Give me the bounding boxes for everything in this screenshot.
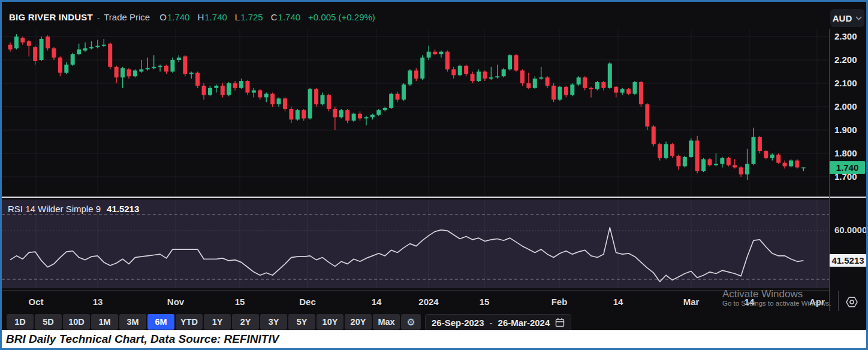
range-button-5d[interactable]: 5D xyxy=(35,314,62,330)
range-button-max[interactable]: Max xyxy=(373,314,400,330)
series-label: Trade Price xyxy=(104,12,150,22)
candle-body xyxy=(526,83,531,88)
candle-body xyxy=(539,77,543,79)
range-button-3y[interactable]: 3Y xyxy=(260,314,287,330)
range-button-5y[interactable]: 5Y xyxy=(288,314,315,330)
candle-body xyxy=(102,45,106,46)
candle-body xyxy=(33,47,37,61)
time-axis-label: Feb xyxy=(542,297,576,307)
candle-body xyxy=(277,98,281,104)
date-range-picker[interactable]: 26-Sep-2023 - 26-Mar-2024 xyxy=(425,314,571,331)
time-axis-label: 14 xyxy=(360,297,393,307)
range-button-ytd[interactable]: YTD xyxy=(176,314,203,330)
candle-body xyxy=(376,110,381,115)
rsi-study-label[interactable]: RSI 14 Wilder Simple 9 41.5213 xyxy=(8,204,139,214)
candle-body xyxy=(589,88,593,89)
candle-body xyxy=(352,114,356,121)
candle-body xyxy=(577,77,581,85)
candle-body xyxy=(27,41,31,46)
candle-body xyxy=(252,90,256,93)
candle-body xyxy=(170,60,174,72)
candle-body xyxy=(114,67,119,78)
candle-body xyxy=(270,94,275,105)
candle-body xyxy=(676,156,680,167)
candle-body xyxy=(258,90,262,98)
candle-body xyxy=(20,38,25,43)
candle-body xyxy=(551,86,556,99)
rsi-last-value-badge: 41.5213 xyxy=(830,254,866,267)
price-tick-label: 2.300 xyxy=(834,31,866,42)
candle-body xyxy=(583,77,587,88)
range-button-1m[interactable]: 1M xyxy=(91,314,118,330)
candle-body xyxy=(433,52,437,54)
candle-body xyxy=(458,66,462,76)
candle-body xyxy=(739,167,743,174)
range-button-10d[interactable]: 10D xyxy=(63,314,90,330)
currency-dropdown[interactable]: AUD xyxy=(830,9,864,27)
candle-body xyxy=(727,158,731,165)
chart-settings-gear-icon[interactable]: ⚙ xyxy=(401,314,421,330)
candle-body xyxy=(339,110,343,117)
range-button-20y[interactable]: 20Y xyxy=(345,314,372,330)
candle-body xyxy=(364,117,368,119)
candle-body xyxy=(77,49,81,54)
candle-body xyxy=(652,126,656,144)
candle-body xyxy=(701,159,706,171)
rsi-axis-tick: 60.0000 xyxy=(834,225,867,235)
time-axis-label: Mar xyxy=(674,297,708,307)
candle-body xyxy=(208,88,212,95)
rsi-label-value: 41.5213 xyxy=(107,204,139,214)
candle-body xyxy=(289,109,293,120)
candle-body xyxy=(296,110,300,120)
price-tick-label: 2.200 xyxy=(834,55,866,65)
candle-body xyxy=(633,82,637,94)
range-button-10y[interactable]: 10Y xyxy=(317,314,343,330)
app-window: BIG RIVER INDUST - Trade Price O1.740 H1… xyxy=(0,0,868,350)
candle-body xyxy=(89,47,94,49)
time-axis-label: 13 xyxy=(81,297,114,307)
candle-body xyxy=(46,37,50,49)
timeframe-toolbar: 1D5D10D1M3M6MYTD1Y2Y3Y5Y10Y20YMax⚙ xyxy=(7,314,421,330)
last-price-badge: 1.740 xyxy=(830,161,865,174)
chart-root: BIG RIVER INDUST - Trade Price O1.740 H1… xyxy=(2,2,866,330)
chevron-down-icon xyxy=(855,16,862,20)
candle-body xyxy=(471,74,475,81)
range-button-1d[interactable]: 1D xyxy=(7,314,34,330)
candle-body xyxy=(139,70,143,72)
candle-body xyxy=(383,108,387,110)
candle-body xyxy=(639,82,643,104)
candle-body xyxy=(83,49,88,51)
range-button-3m[interactable]: 3M xyxy=(119,314,146,330)
range-button-1y[interactable]: 1Y xyxy=(204,314,231,330)
candle-body xyxy=(658,144,662,158)
price-rsi-chart-canvas[interactable] xyxy=(2,2,866,330)
axis-settings-gear-icon[interactable] xyxy=(843,294,860,310)
time-axis-label: 15 xyxy=(468,297,501,307)
candle-body xyxy=(477,72,481,82)
candle-body xyxy=(189,73,194,74)
candle-body xyxy=(164,66,168,72)
panel-separator[interactable] xyxy=(2,197,866,198)
low-value: L1.725 xyxy=(235,12,263,22)
candle-body xyxy=(570,85,574,95)
range-button-6m[interactable]: 6M xyxy=(147,314,174,330)
time-axis-label: Oct xyxy=(19,297,53,307)
candle-body xyxy=(71,54,75,65)
candle-body xyxy=(670,144,674,156)
candle-body xyxy=(177,58,181,60)
candle-body xyxy=(221,86,225,95)
candle-body xyxy=(108,44,112,67)
candle-body xyxy=(158,66,162,67)
candle-body xyxy=(708,159,712,165)
candle-body xyxy=(52,49,56,58)
candle-body xyxy=(483,72,487,79)
candle-body xyxy=(126,70,131,77)
candle-body xyxy=(626,89,631,94)
range-button-2y[interactable]: 2Y xyxy=(232,314,259,330)
candle-body xyxy=(439,52,443,54)
price-tick-label: 1.800 xyxy=(834,148,866,159)
candle-body xyxy=(695,141,700,171)
time-axis[interactable]: Oct13Nov15Dec14202415Feb14Mar14Apr xyxy=(2,297,829,310)
candle-body xyxy=(327,95,331,109)
candle-body xyxy=(152,67,156,68)
